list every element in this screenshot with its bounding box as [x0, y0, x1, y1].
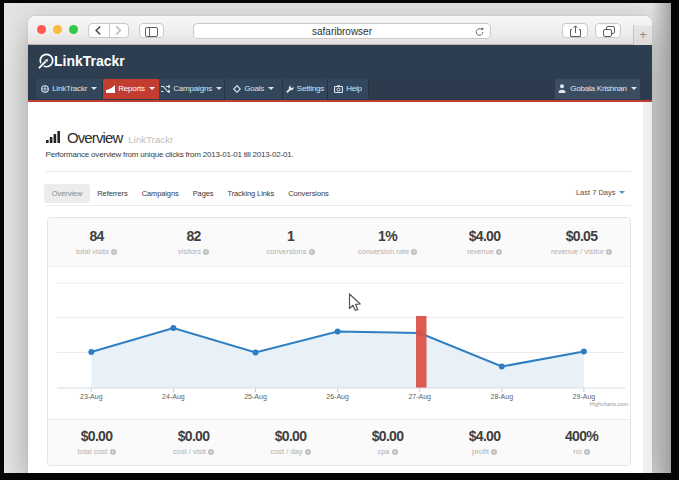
svg-text:26-Aug: 26-Aug [326, 393, 349, 401]
svg-text:23-Aug: 23-Aug [80, 393, 103, 401]
svg-text:Highcharts.com: Highcharts.com [590, 401, 629, 407]
svg-text:25-Aug: 25-Aug [244, 393, 267, 401]
svg-text:29-Aug: 29-Aug [573, 393, 596, 401]
svg-text:28-Aug: 28-Aug [491, 393, 514, 401]
svg-text:24-Aug: 24-Aug [162, 393, 185, 401]
svg-text:27-Aug: 27-Aug [408, 393, 431, 401]
